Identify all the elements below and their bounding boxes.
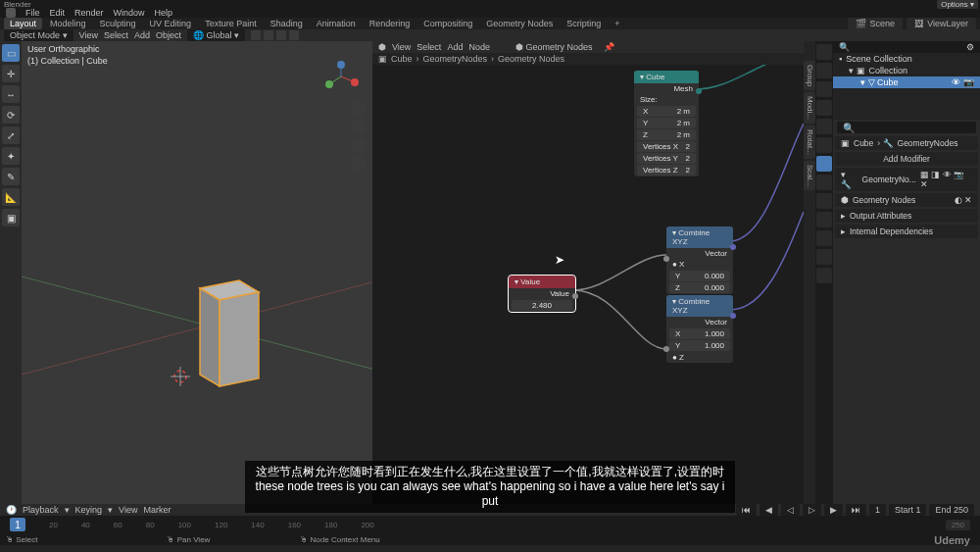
nside-modi[interactable]: Modi...	[804, 92, 815, 124]
prop-tab-output-icon[interactable]	[816, 63, 832, 78]
tab-scripting[interactable]: Scripting	[561, 18, 607, 29]
pivot-icon[interactable]	[264, 30, 273, 40]
prop-tab-constraint-icon[interactable]	[816, 212, 832, 227]
tab-layout[interactable]: Layout	[4, 18, 42, 29]
menu-view[interactable]: View	[79, 30, 98, 40]
tl-playback[interactable]: Playback	[23, 505, 59, 515]
menu-select[interactable]: Select	[104, 30, 128, 40]
playhead[interactable]: 1	[10, 518, 25, 531]
node-combine-xyz-1[interactable]: ▾ Combine XYZ Vector ● X Y0.000 Z0.000	[666, 226, 733, 294]
outliner[interactable]: 🔍⚙ ▪ Scene Collection ▾ ▣ Collection ▾ ▽…	[833, 41, 980, 120]
add-modifier-button[interactable]: Add Modifier	[835, 152, 978, 166]
node-editor[interactable]: ⬢ View Select Add Node ⬢ Geometry Nodes …	[372, 41, 804, 504]
next-key-icon[interactable]: ▶	[824, 504, 843, 516]
tab-add[interactable]: +	[609, 18, 625, 29]
input-socket-x[interactable]	[663, 256, 669, 262]
play-rev-icon[interactable]: ◁	[781, 504, 800, 516]
node-header[interactable]: ▾ Value	[509, 276, 575, 288]
node-combine-xyz-2[interactable]: ▾ Combine XYZ Vector X1.000 Y1.000 ● Z	[666, 295, 733, 363]
magnet-icon[interactable]	[276, 30, 286, 40]
menu-file[interactable]: File	[25, 8, 40, 18]
blender-logo-icon[interactable]	[6, 8, 16, 18]
end-frame[interactable]: End 250	[929, 504, 974, 516]
current-frame[interactable]: 1	[869, 504, 886, 516]
tab-animation[interactable]: Animation	[311, 18, 362, 29]
tab-sculpting[interactable]: Sculpting	[94, 18, 142, 29]
timeline-track[interactable]: 1 20 40 60 80 100 120 140 160 180 200 25…	[0, 516, 980, 533]
input-socket-z[interactable]	[663, 346, 669, 352]
addcube-tool-icon[interactable]: ▣	[2, 209, 20, 226]
prop-tab-particle-icon[interactable]	[816, 175, 832, 190]
nside-scale[interactable]: Scal...	[804, 161, 815, 190]
scene-selector[interactable]: 🎬 Scene	[848, 18, 904, 29]
annotate-tool-icon[interactable]: ✎	[2, 168, 20, 185]
cube-object[interactable]	[190, 269, 269, 396]
internal-dependencies-toggle[interactable]: ▸ Internal Dependencies	[835, 225, 978, 238]
modifier-header[interactable]: ▾ 🔧 GeometryNo... ▦ ◨ 👁 📷 ✕	[835, 168, 978, 191]
cursor-tool-icon[interactable]: ✛	[2, 65, 20, 82]
output-socket[interactable]	[572, 293, 578, 299]
output-socket[interactable]	[696, 88, 702, 94]
nside-rot[interactable]: Rotat...	[804, 125, 815, 159]
node-header[interactable]: ▾ Cube	[634, 71, 699, 83]
prop-tab-world-icon[interactable]	[816, 119, 832, 134]
transform-tool-icon[interactable]: ✦	[2, 147, 20, 165]
output-attributes-toggle[interactable]: ▸ Output Attributes	[835, 209, 978, 223]
ne-menu-select[interactable]: Select	[416, 42, 441, 52]
node-cube[interactable]: ▾ Cube Mesh Size: X2 m Y2 m Z2 m Vertice…	[634, 71, 699, 176]
tab-geonodes[interactable]: Geometry Nodes	[480, 18, 559, 29]
node-header[interactable]: ▾ Combine XYZ	[666, 226, 733, 248]
prop-tab-render-icon[interactable]	[816, 44, 832, 60]
tab-compositing[interactable]: Compositing	[417, 18, 478, 29]
rotate-tool-icon[interactable]: ⟳	[2, 106, 20, 124]
menu-add[interactable]: Add	[134, 30, 150, 40]
play-icon[interactable]: ▷	[803, 504, 821, 516]
viewport-3d[interactable]: User Orthographic (1) Collection | Cube	[22, 41, 372, 504]
prop-tab-view-icon[interactable]	[816, 81, 832, 97]
prop-tab-material-icon[interactable]	[816, 249, 832, 265]
tl-keying[interactable]: Keying	[75, 505, 103, 515]
menu-edit[interactable]: Edit	[50, 8, 66, 18]
tab-shading[interactable]: Shading	[265, 18, 309, 29]
jump-start-icon[interactable]: ⏮	[736, 504, 757, 516]
mode-dropdown[interactable]: Object Mode ▾	[4, 29, 74, 41]
nodetree-selector[interactable]: ⬢ Geometry Nodes	[515, 42, 594, 52]
prop-tab-texture-icon[interactable]	[816, 268, 832, 283]
snap-icon[interactable]	[251, 30, 261, 40]
outliner-collection-row[interactable]: ▾ ▣ Collection	[833, 65, 980, 76]
ne-menu-view[interactable]: View	[392, 42, 411, 52]
prop-tab-object-icon[interactable]	[816, 137, 832, 153]
move-tool-icon[interactable]: ↔	[2, 85, 20, 103]
value-field[interactable]: 2.480	[512, 300, 572, 311]
filter-icon[interactable]: ⚙	[966, 42, 974, 52]
viewlayer-selector[interactable]: 🖼 ViewLayer	[906, 18, 976, 29]
timeline-icon[interactable]: 🕐	[6, 505, 17, 515]
pin-icon[interactable]: 📌	[604, 42, 614, 52]
measure-tool-icon[interactable]: 📐	[2, 188, 20, 206]
menu-help[interactable]: Help	[155, 8, 173, 18]
orientation-dropdown[interactable]: 🌐 Global ▾	[187, 29, 245, 41]
tl-view[interactable]: View	[119, 505, 137, 515]
start-frame[interactable]: Start 1	[889, 504, 927, 516]
prop-tab-physics-icon[interactable]	[816, 193, 832, 209]
prop-tab-modifier-icon[interactable]	[816, 156, 832, 172]
ne-menu-add[interactable]: Add	[447, 42, 463, 52]
proportional-icon[interactable]	[289, 30, 299, 40]
scale-tool-icon[interactable]: ⤢	[2, 126, 20, 144]
outliner-cube-row[interactable]: ▾ ▽ Cube👁 📷	[833, 76, 980, 88]
modifier-tree-field[interactable]: ⬢ Geometry Nodes ◐ ✕	[835, 193, 978, 207]
prop-tab-scene-icon[interactable]	[816, 100, 832, 116]
ne-menu-node[interactable]: Node	[468, 42, 490, 52]
select-tool-icon[interactable]: ▭	[2, 44, 20, 62]
tl-marker[interactable]: Marker	[143, 505, 171, 515]
tab-modeling[interactable]: Modeling	[44, 18, 92, 29]
output-socket[interactable]	[730, 244, 736, 250]
jump-end-icon[interactable]: ⏭	[846, 504, 866, 516]
prev-key-icon[interactable]: ◀	[760, 504, 778, 516]
menu-window[interactable]: Window	[114, 8, 145, 18]
nside-group[interactable]: Group	[804, 61, 815, 90]
tab-rendering[interactable]: Rendering	[364, 18, 416, 29]
tab-uv[interactable]: UV Editing	[144, 18, 198, 29]
menu-object[interactable]: Object	[156, 30, 181, 40]
menu-render[interactable]: Render	[74, 8, 104, 18]
